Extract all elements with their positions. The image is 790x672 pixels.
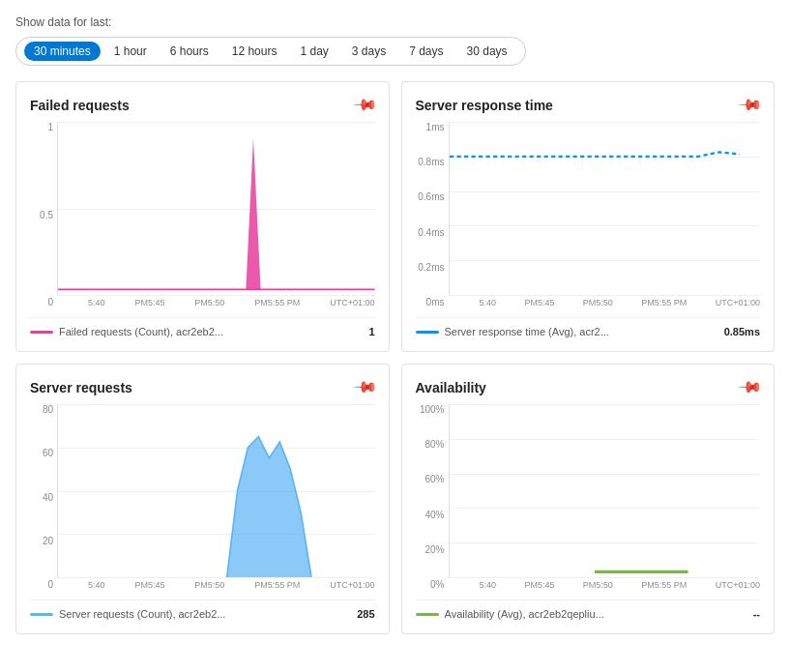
- server-requests-svg: [58, 404, 375, 577]
- show-data-label: Show data for last:: [15, 15, 775, 29]
- filter-30days[interactable]: 30 days: [457, 42, 517, 61]
- server-requests-legend: Server requests (Count), acr2eb2... 285: [30, 599, 375, 620]
- pin-icon-failed[interactable]: 📌: [352, 92, 379, 119]
- server-requests-chart-inner: [57, 404, 375, 578]
- failed-requests-header: Failed requests 📌: [30, 96, 375, 114]
- availability-header: Availability 📌: [416, 378, 761, 396]
- pin-icon-response[interactable]: 📌: [737, 92, 764, 119]
- availability-legend: Availability (Avg), acr2eb2qepliu... --: [416, 599, 761, 620]
- charts-grid: Failed requests 📌 1 0.5 0: [15, 81, 775, 634]
- failed-requests-y-axis: 1 0.5 0: [30, 122, 57, 307]
- server-response-y-axis: 1ms 0.8ms 0.6ms 0.4ms 0.2ms 0ms: [416, 122, 449, 307]
- failed-requests-card: Failed requests 📌 1 0.5 0: [15, 81, 390, 352]
- server-requests-header: Server requests 📌: [30, 378, 375, 396]
- availability-title: Availability: [416, 380, 486, 395]
- filter-12hours[interactable]: 12 hours: [222, 42, 287, 61]
- filter-7days[interactable]: 7 days: [399, 42, 453, 61]
- time-filter-bar: 30 minutes 1 hour 6 hours 12 hours 1 day…: [15, 37, 526, 66]
- filter-3days[interactable]: 3 days: [342, 42, 395, 61]
- server-requests-legend-value: 285: [357, 608, 374, 620]
- server-response-chart-area: 1ms 0.8ms 0.6ms 0.4ms 0.2ms 0ms: [416, 122, 761, 307]
- failed-requests-svg: [58, 122, 375, 295]
- server-requests-chart-area: 80 60 40 20 0: [30, 404, 375, 590]
- server-response-x-axis: 5:40 PM5:45 PM5:50 PM5:55 PM UTC+01:00: [449, 298, 761, 307]
- availability-x-axis: 5:40 PM5:45 PM5:50 PM5:55 PM UTC+01:00: [449, 580, 761, 590]
- failed-requests-legend: Failed requests (Count), acr2eb2... 1: [30, 317, 375, 337]
- filter-30min[interactable]: 30 minutes: [24, 42, 101, 61]
- availability-legend-text: Availability (Avg), acr2eb2qepliu...: [445, 608, 604, 620]
- pin-icon-requests[interactable]: 📌: [352, 374, 379, 401]
- server-requests-x-axis: 5:40 PM5:45 PM5:50 PM5:55 PM UTC+01:00: [57, 580, 375, 590]
- server-response-legend-line: [416, 331, 439, 334]
- server-response-legend-value: 0.85ms: [724, 326, 760, 337]
- server-response-legend-text: Server response time (Avg), acr2...: [445, 326, 609, 337]
- server-response-header: Server response time 📌: [416, 96, 761, 114]
- failed-requests-x-axis: 5:40 PM5:45 PM5:50 PM5:55 PM UTC+01:00: [57, 298, 375, 307]
- availability-svg: [450, 404, 761, 577]
- server-requests-legend-text: Server requests (Count), acr2eb2...: [59, 608, 225, 620]
- availability-y-axis: 100% 80% 60% 40% 20% 0%: [416, 404, 449, 590]
- server-response-chart-inner: [449, 122, 761, 296]
- server-requests-legend-line: [30, 613, 53, 616]
- server-response-svg: [450, 122, 761, 295]
- server-response-legend: Server response time (Avg), acr2... 0.85…: [416, 317, 761, 337]
- failed-requests-title: Failed requests: [30, 98, 130, 113]
- server-response-card: Server response time 📌 1ms 0.8ms 0.6ms 0…: [401, 81, 775, 352]
- failed-requests-legend-line: [30, 331, 53, 334]
- availability-card: Availability 📌 100% 80% 60% 40% 20% 0%: [401, 364, 775, 634]
- filter-6hours[interactable]: 6 hours: [161, 42, 219, 61]
- availability-legend-line: [416, 613, 439, 616]
- availability-chart-area: 100% 80% 60% 40% 20% 0%: [416, 404, 761, 590]
- pin-icon-availability[interactable]: 📌: [737, 374, 764, 401]
- availability-chart-inner: [449, 404, 761, 578]
- availability-legend-value: --: [753, 608, 760, 620]
- server-requests-y-axis: 80 60 40 20 0: [30, 404, 57, 590]
- failed-requests-chart-inner: [57, 122, 375, 296]
- failed-requests-legend-text: Failed requests (Count), acr2eb2...: [59, 326, 223, 337]
- filter-1hour[interactable]: 1 hour: [104, 42, 157, 61]
- filter-1day[interactable]: 1 day: [290, 42, 337, 61]
- server-requests-title: Server requests: [30, 380, 132, 395]
- server-requests-card: Server requests 📌 80 60 40 20 0: [15, 364, 390, 634]
- server-response-title: Server response time: [416, 98, 553, 113]
- failed-requests-chart-area: 1 0.5 0: [30, 122, 375, 307]
- svg-marker-1: [246, 138, 260, 290]
- failed-requests-legend-value: 1: [368, 326, 374, 337]
